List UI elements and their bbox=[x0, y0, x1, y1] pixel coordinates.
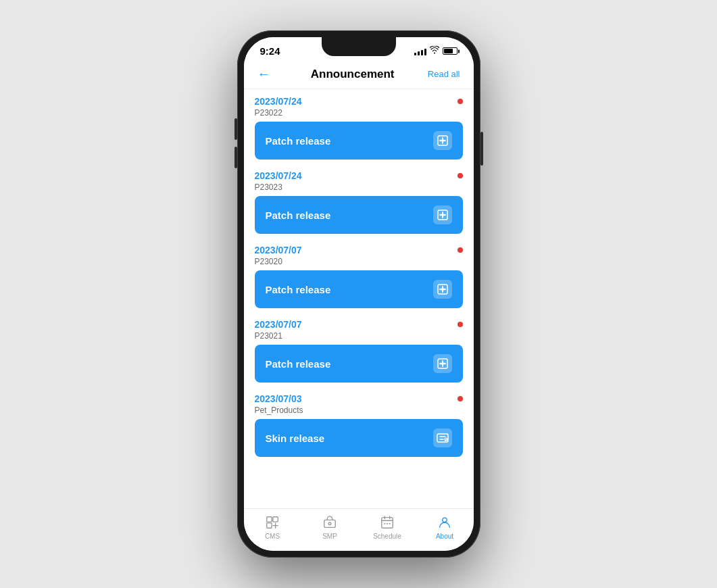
announcement-item: 2023/07/07 P23021 Patch release bbox=[255, 319, 463, 383]
announcement-item: 2023/07/24 P23023 Patch release bbox=[255, 170, 463, 234]
power-button bbox=[480, 132, 483, 166]
item-header: 2023/07/24 bbox=[255, 96, 463, 107]
announcement-item: 2023/07/07 P23020 Patch release bbox=[255, 245, 463, 308]
announcement-item: 2023/07/24 P23022 Patch release bbox=[255, 96, 463, 160]
item-date: 2023/07/24 bbox=[255, 96, 302, 107]
status-time: 9:24 bbox=[260, 45, 280, 57]
page-title: Announcement bbox=[311, 68, 395, 81]
release-button[interactable]: Patch release bbox=[255, 196, 463, 234]
svg-rect-10 bbox=[267, 517, 272, 522]
item-header: 2023/07/07 bbox=[255, 245, 463, 255]
unread-indicator bbox=[458, 396, 463, 401]
schedule-icon bbox=[379, 514, 395, 531]
item-date: 2023/07/07 bbox=[255, 319, 302, 330]
release-button[interactable]: Patch release bbox=[255, 345, 463, 383]
unread-indicator bbox=[458, 99, 463, 104]
read-all-button[interactable]: Read all bbox=[428, 69, 460, 79]
release-icon bbox=[433, 280, 452, 299]
release-icon bbox=[433, 131, 452, 150]
svg-rect-12 bbox=[267, 523, 272, 528]
release-label: Patch release bbox=[266, 135, 331, 147]
item-header: 2023/07/03 bbox=[255, 393, 463, 404]
release-label: Patch release bbox=[266, 358, 331, 370]
release-label: Patch release bbox=[266, 210, 331, 221]
vol-down-button bbox=[234, 147, 237, 168]
svg-rect-13 bbox=[324, 520, 336, 527]
item-header: 2023/07/24 bbox=[255, 170, 463, 181]
item-id: P23023 bbox=[255, 182, 463, 192]
svg-rect-3 bbox=[440, 214, 445, 216]
nav-item-cms[interactable]: CMS bbox=[252, 514, 293, 540]
release-button[interactable]: Skin release bbox=[255, 419, 463, 457]
item-date: 2023/07/24 bbox=[255, 170, 302, 181]
announcements-list: 2023/07/24 P23022 Patch release 2023/07/… bbox=[244, 89, 474, 508]
svg-rect-7 bbox=[440, 362, 445, 365]
unread-indicator bbox=[458, 173, 463, 178]
nav-item-about[interactable]: About bbox=[424, 514, 465, 540]
item-id: P23021 bbox=[255, 331, 463, 341]
item-id: P23022 bbox=[255, 108, 463, 118]
top-nav: ← Announcement Read all bbox=[244, 61, 474, 89]
phone-screen: 9:24 bbox=[244, 37, 474, 551]
release-icon bbox=[433, 354, 452, 373]
battery-icon bbox=[443, 47, 458, 55]
release-icon bbox=[433, 205, 452, 224]
announcement-item: 2023/07/03 Pet_Products Skin release bbox=[255, 393, 463, 457]
nav-item-smp[interactable]: SMP bbox=[310, 514, 350, 540]
svg-point-16 bbox=[443, 518, 447, 522]
svg-rect-1 bbox=[440, 139, 445, 142]
release-button[interactable]: Patch release bbox=[255, 122, 463, 160]
about-icon bbox=[437, 514, 453, 531]
nav-label-cms: CMS bbox=[265, 533, 280, 540]
signal-icon bbox=[414, 47, 426, 55]
nav-label-smp: SMP bbox=[322, 533, 337, 540]
cms-icon bbox=[264, 514, 280, 531]
item-date: 2023/07/03 bbox=[255, 393, 302, 404]
nav-label-schedule: Schedule bbox=[373, 533, 401, 540]
unread-indicator bbox=[458, 322, 463, 327]
release-label: Skin release bbox=[266, 433, 325, 444]
vol-up-button bbox=[234, 118, 237, 140]
phone-frame: 9:24 bbox=[237, 30, 480, 558]
wifi-icon bbox=[430, 46, 439, 56]
item-id: P23020 bbox=[255, 257, 463, 266]
svg-rect-15 bbox=[382, 518, 393, 529]
nav-item-schedule[interactable]: Schedule bbox=[367, 514, 407, 540]
release-button[interactable]: Patch release bbox=[255, 270, 463, 308]
release-icon bbox=[433, 428, 452, 447]
unread-indicator bbox=[458, 247, 463, 253]
item-id: Pet_Products bbox=[255, 406, 463, 415]
smp-icon bbox=[322, 514, 338, 531]
svg-point-14 bbox=[328, 522, 331, 525]
svg-rect-11 bbox=[273, 517, 278, 522]
status-icons bbox=[414, 46, 458, 56]
release-label: Patch release bbox=[266, 284, 331, 295]
item-header: 2023/07/07 bbox=[255, 319, 463, 330]
svg-rect-5 bbox=[440, 288, 445, 291]
notch bbox=[322, 37, 396, 56]
nav-label-about: About bbox=[436, 533, 453, 540]
back-button[interactable]: ← bbox=[257, 66, 278, 82]
bottom-nav: CMS SMP bbox=[244, 508, 474, 551]
item-date: 2023/07/07 bbox=[255, 245, 302, 255]
